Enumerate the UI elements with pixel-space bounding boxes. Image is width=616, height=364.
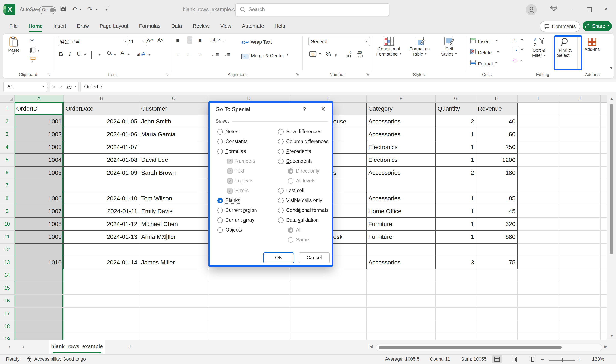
radio-precedents[interactable]: Precedents: [278, 147, 311, 156]
cell-J17[interactable]: [559, 308, 601, 320]
cell-I11[interactable]: [518, 231, 559, 244]
cell-B6[interactable]: 2024-01-09: [64, 167, 139, 180]
cell-A18[interactable]: [14, 320, 64, 333]
tab-data[interactable]: Data: [171, 23, 182, 29]
qat-chevron-icon[interactable]: [106, 9, 107, 12]
cell-J1[interactable]: [559, 103, 601, 115]
column-header-G[interactable]: G: [436, 95, 476, 103]
row-header-4[interactable]: 4: [0, 141, 14, 154]
copy-chevron-icon[interactable]: [38, 51, 39, 52]
cell-F2[interactable]: Accessories: [367, 115, 436, 128]
cell-H5[interactable]: 1200: [476, 154, 518, 167]
cell-H17[interactable]: [476, 308, 518, 320]
cell-B12[interactable]: [64, 244, 139, 256]
row-header-8[interactable]: 8: [0, 192, 14, 205]
cell-G16[interactable]: [436, 295, 476, 308]
cell-C2[interactable]: John Smith: [139, 115, 208, 128]
hscroll-right-icon[interactable]: ▶: [604, 344, 607, 349]
cell-partial-6[interactable]: [601, 167, 607, 180]
radio-data-validation[interactable]: Data validation: [278, 216, 319, 224]
prev-sheet-icon[interactable]: ‹: [9, 343, 11, 350]
redo-chevron-icon[interactable]: [96, 9, 97, 11]
cell-I7[interactable]: [518, 180, 559, 192]
cell-B2[interactable]: 2024-01-05: [64, 115, 139, 128]
cell-G10[interactable]: 1: [436, 218, 476, 231]
cell-H4[interactable]: 250: [476, 141, 518, 154]
underline-chevron-icon[interactable]: [84, 54, 86, 56]
cell-D14[interactable]: [208, 269, 290, 282]
radio-control-icon[interactable]: [278, 208, 284, 213]
row-header-9[interactable]: 9: [0, 205, 14, 218]
borders-icon[interactable]: [91, 51, 92, 59]
align-left-icon[interactable]: ≡: [176, 52, 179, 58]
cell-F19[interactable]: [367, 333, 436, 340]
cell-C3[interactable]: Maria Garcia: [139, 128, 208, 141]
underline-button[interactable]: U: [77, 51, 81, 57]
cell-A1[interactable]: OrderID: [14, 103, 64, 115]
increase-decimal-icon[interactable]: ←.0 .00: [345, 51, 351, 58]
cell-H3[interactable]: 60: [476, 128, 518, 141]
cell-J19[interactable]: [559, 333, 601, 340]
paste-button[interactable]: Paste: [8, 36, 20, 55]
cell-G11[interactable]: 1: [436, 231, 476, 244]
redo-icon[interactable]: ↷: [87, 5, 93, 14]
tab-file[interactable]: File: [9, 23, 18, 29]
sort-filter-button[interactable]: AZ Sort & Filter: [527, 37, 551, 58]
orientation-icon[interactable]: ab↗: [211, 37, 220, 43]
cell-J9[interactable]: [559, 205, 601, 218]
cell-F17[interactable]: [367, 308, 436, 320]
sheet-tab-active[interactable]: blank_rows_example: [49, 340, 105, 354]
cell-partial-14[interactable]: [601, 269, 607, 282]
row-header-10[interactable]: 10: [0, 218, 14, 231]
cell-J4[interactable]: [559, 141, 601, 154]
cell-G7[interactable]: [436, 180, 476, 192]
cell-J2[interactable]: [559, 115, 601, 128]
fill-color-chevron-icon[interactable]: [114, 54, 116, 56]
cell-H2[interactable]: 40: [476, 115, 518, 128]
normal-view-icon[interactable]: [492, 355, 502, 363]
font-dialog-launcher-icon[interactable]: ↘: [165, 72, 168, 77]
radio-control-icon[interactable]: [278, 139, 284, 144]
cell-C16[interactable]: [139, 295, 208, 308]
cell-C5[interactable]: David Lee: [139, 154, 208, 167]
column-header-H[interactable]: H: [476, 95, 518, 103]
cell-D19[interactable]: [208, 333, 290, 340]
cell-B9[interactable]: 2024-01-11: [64, 205, 139, 218]
page-break-view-icon[interactable]: [526, 355, 536, 363]
column-header-B[interactable]: B: [64, 95, 139, 103]
horizontal-scrollbar[interactable]: [376, 344, 602, 351]
align-middle-icon[interactable]: ≡: [187, 36, 192, 44]
cell-partial-2[interactable]: [601, 115, 607, 128]
cell-C17[interactable]: [139, 308, 208, 320]
radio-current-region[interactable]: Current region: [217, 206, 257, 214]
page-layout-view-icon[interactable]: [509, 355, 519, 363]
cell-D18[interactable]: [208, 320, 290, 333]
cell-B14[interactable]: [64, 269, 139, 282]
cell-C15[interactable]: [139, 282, 208, 295]
cell-G12[interactable]: [436, 244, 476, 256]
alignment-dialog-launcher-icon[interactable]: ↘: [296, 72, 299, 77]
cell-I9[interactable]: [518, 205, 559, 218]
addins-button[interactable]: Add-ins: [581, 37, 603, 52]
fill-chevron-icon[interactable]: [521, 49, 523, 51]
row-header-12[interactable]: 12: [0, 244, 14, 256]
cell-C1[interactable]: Customer: [139, 103, 208, 115]
cell-J16[interactable]: [559, 295, 601, 308]
cell-A12[interactable]: [14, 244, 64, 256]
cell-I1[interactable]: [518, 103, 559, 115]
cell-H16[interactable]: [476, 295, 518, 308]
column-header-J[interactable]: J: [559, 95, 601, 103]
radio-control-icon[interactable]: [278, 158, 284, 164]
align-top-icon[interactable]: ≡: [176, 37, 179, 44]
formula-input[interactable]: OrderID: [81, 82, 616, 92]
cell-F5[interactable]: Electronics: [367, 154, 436, 167]
cell-partial-13[interactable]: [601, 256, 607, 269]
cell-H11[interactable]: 680: [476, 231, 518, 244]
radio-control-icon[interactable]: [217, 148, 223, 154]
cell-J12[interactable]: [559, 244, 601, 256]
cell-F1[interactable]: Category: [367, 103, 436, 115]
cell-H18[interactable]: [476, 320, 518, 333]
cell-H6[interactable]: 180: [476, 167, 518, 180]
format-cells-button[interactable]: Format: [470, 59, 497, 67]
comments-button[interactable]: Comments: [540, 21, 580, 32]
